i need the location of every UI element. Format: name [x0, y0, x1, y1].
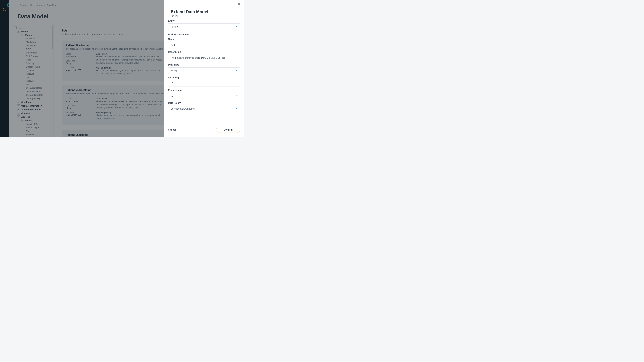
data-policy-label: Data Policy: [168, 102, 240, 104]
cancel-button[interactable]: Cancel: [168, 128, 176, 131]
chevron-down-icon: [236, 69, 238, 72]
description-input[interactable]: The patient's preferred prefix (Mr., Mrs…: [168, 55, 240, 61]
entity-label: Entity: [168, 19, 240, 22]
max-length-label: Max Length: [168, 76, 240, 79]
extend-data-model-panel: Extend Data Model Patient Entity Patient…: [164, 0, 244, 137]
panel-title: Extend Data Model: [171, 9, 240, 14]
data-policy-select[interactable]: Core Identity Attribution: [168, 106, 240, 112]
confirm-button[interactable]: Confirm: [216, 127, 240, 133]
chevron-down-icon: [236, 95, 238, 97]
section-heading: Attribute Metadata: [168, 33, 240, 35]
requirement-label: Requirement: [168, 89, 240, 91]
chevron-down-icon: [236, 25, 238, 28]
panel-subtitle: Patient: [171, 14, 240, 17]
requirement-select[interactable]: No: [168, 93, 240, 99]
data-type-select[interactable]: String: [168, 67, 240, 74]
name-input[interactable]: Prefix: [168, 42, 240, 48]
max-length-input[interactable]: 10: [168, 80, 240, 86]
name-label: Name: [168, 38, 240, 40]
data-type-label: Data Type: [168, 63, 240, 66]
description-label: Description: [168, 51, 240, 53]
chevron-down-icon: [236, 107, 238, 110]
entity-select[interactable]: Patient: [168, 23, 240, 30]
close-button[interactable]: [238, 2, 242, 6]
